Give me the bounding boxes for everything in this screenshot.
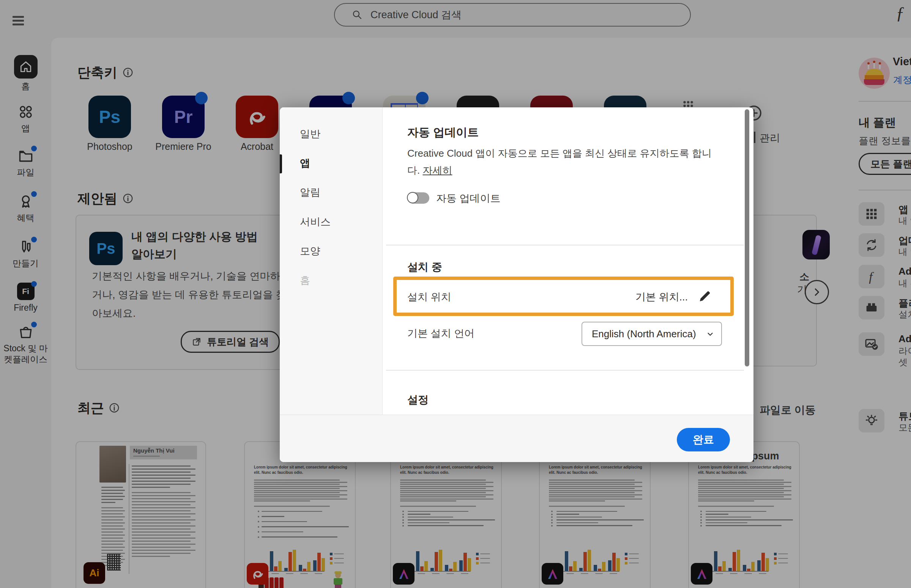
creative-cloud-window: Creative Cloud 검색 ƒ 홈앱파일혜택만들기FiFireflySt…: [0, 0, 911, 588]
auto-update-desc: Creative Cloud 앱이 자동으로 모든 앱을 최신 상태로 유지하도…: [407, 147, 712, 160]
done-button[interactable]: 완료: [677, 428, 730, 451]
highlight-annotation-box: [393, 276, 734, 316]
auto-update-toggle[interactable]: [407, 192, 429, 204]
settings-nav-홈[interactable]: 홈: [300, 273, 310, 287]
auto-update-desc: 다. 자세히: [407, 164, 452, 177]
language-select[interactable]: English (North America): [581, 322, 722, 346]
settings-nav-앱[interactable]: 앱: [300, 156, 310, 170]
auto-update-toggle-label: 자동 업데이트: [436, 192, 501, 205]
chevron-down-icon: [706, 330, 714, 338]
dialog-scrollbar[interactable]: [745, 109, 749, 367]
auto-update-heading: 자동 업데이트: [407, 125, 479, 141]
settings-nav-일반[interactable]: 일반: [300, 127, 320, 141]
settings-nav-알림[interactable]: 알림: [300, 186, 320, 199]
settings-nav: 일반앱알림서비스모양홈: [280, 107, 383, 415]
divider: [386, 245, 744, 246]
settings-nav-모양[interactable]: 모양: [300, 244, 320, 258]
learn-more-link[interactable]: 자세히: [422, 165, 452, 176]
selected-tab-indicator: [280, 154, 282, 173]
default-install-language-label: 기본 설치 언어: [407, 326, 474, 340]
settings-heading: 설정: [407, 393, 429, 407]
installing-heading: 설치 중: [407, 260, 442, 274]
divider: [386, 370, 744, 371]
language-select-value: English (North America): [592, 328, 696, 340]
settings-nav-서비스[interactable]: 서비스: [300, 215, 331, 229]
